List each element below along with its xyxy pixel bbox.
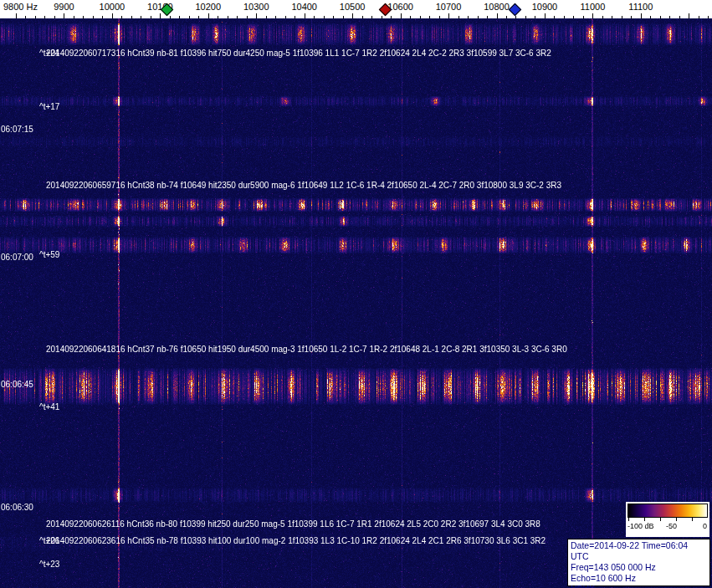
freq-tick-label: 10100 [147,2,173,12]
freq-tick-label: 10000 [100,2,125,12]
color-scale-legend: -100 dB -50 0 [626,502,709,537]
freq-tick-label: 10700 [436,2,462,12]
freq-tick-label: 11100 [628,2,653,12]
time-axis-label: 06:06:45 [1,380,33,389]
echo-log-line: 20140922060623616 hCnt35 nb-78 f10393 hi… [46,536,546,545]
echo-log-line: 20140922060626116 hCnt36 nb-80 f10399 hi… [46,519,540,529]
echo-time-marker: ^t+17 [39,102,59,111]
time-axis-label: 06:07:00 [1,253,33,262]
legend-label-max: 0 [703,522,707,530]
echo-time-marker: ^t+23 [39,560,59,569]
info-line-station: HPHK [571,584,707,588]
frequency-ruler[interactable]: 9800 Hz990010000101001020010300104001050… [0,0,712,18]
echo-time-marker: ^t+41 [39,402,59,412]
station-info-box: Date=2014-09-22 Time=06:04 UTC Freq=143 … [567,539,710,586]
db-gradient-bar [627,504,708,518]
freq-tick-label: 10200 [196,2,222,12]
info-line-freq: Freq=143 050 000 Hz [571,562,707,573]
echo-log-line: 20140922060641816 hCnt37 nb-76 f10650 hi… [46,345,567,354]
meteor-echo-monitor-window: 9800 Hz990010000101001020010300104001050… [0,0,712,588]
spectrogram-canvas[interactable] [0,18,712,588]
legend-label-min: -100 dB [627,522,654,530]
freq-tick-label: 11000 [581,2,606,12]
info-line-echo: Echo=10 600 Hz [571,573,707,584]
freq-tick-label: 10400 [291,2,317,12]
echo-time-marker: ^t+59 [39,250,59,259]
freq-tick-label: 10300 [243,2,269,12]
freq-tick-label: 9900 [54,2,74,12]
legend-label-mid: -50 [666,522,677,530]
freq-tick-label: 10800 [484,2,510,12]
freq-tick-label: 10600 [387,2,413,12]
freq-tick-label: 10900 [532,2,558,12]
freq-tick-label: 10500 [340,2,366,12]
freq-tick-label: 9800 Hz [3,2,38,12]
time-axis-label: 06:06:30 [1,503,33,512]
info-line-date: Date=2014-09-22 Time=06:04 UTC [571,540,707,562]
echo-log-line: 20140922060717316 hCnt39 nb-81 f10396 hi… [46,49,551,58]
echo-log-line: 20140922060659716 hCnt38 nb-74 f10649 hi… [46,181,561,190]
time-axis-label: 06:07:15 [1,125,33,134]
